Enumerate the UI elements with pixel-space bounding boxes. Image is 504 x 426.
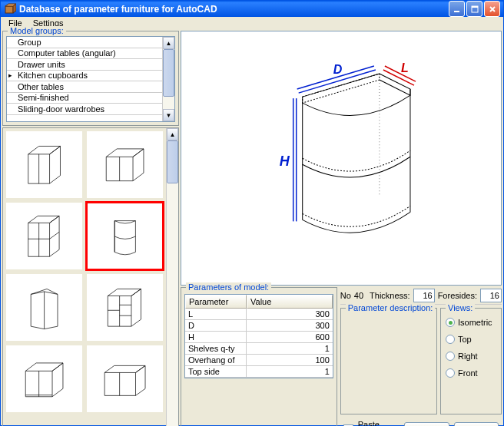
titlebar: Database of parameter furniture for Auto…	[1, 1, 503, 17]
thumbnail-5[interactable]	[5, 272, 84, 342]
view-option-top[interactable]: Top	[446, 335, 496, 344]
svg-rect-0	[5, 6, 13, 13]
col-value[interactable]: Value	[247, 295, 333, 309]
paste-mirror-label: Paste mirror	[358, 421, 384, 426]
view-option-right[interactable]: Right	[446, 352, 496, 361]
foresides-input[interactable]	[480, 289, 502, 302]
thickness-input[interactable]	[413, 289, 435, 302]
dim-label-h: H	[280, 154, 290, 169]
no-label: No	[340, 291, 351, 300]
scroll-thumb[interactable]	[167, 140, 178, 183]
thumbnail-6[interactable]	[85, 272, 164, 342]
param-table[interactable]: Parameter Value L300D300H600Shelves q-ty…	[184, 294, 333, 378]
group-item[interactable]: Drawer units	[7, 59, 162, 71]
thumbnail-7[interactable]	[5, 344, 84, 414]
params-box: Parameters of model: Parameter Value L30…	[181, 287, 337, 426]
view-option-front[interactable]: Front	[446, 368, 496, 378]
thumbs-scrollbar[interactable]: ▲ ▼	[166, 128, 178, 426]
scroll-up-icon[interactable]: ▲	[163, 37, 174, 49]
param-row[interactable]: Overhang of100	[185, 355, 333, 366]
thumbnail-panel: ▲ ▼	[2, 127, 179, 426]
group-item[interactable]: Group	[7, 37, 162, 48]
svg-rect-3	[454, 11, 459, 12]
svg-rect-5	[472, 6, 478, 8]
thickness-label: Thickness:	[370, 291, 410, 300]
thumbnail-8[interactable]	[85, 344, 164, 414]
radio-icon	[446, 335, 455, 344]
params-title: Parameters of model:	[186, 282, 271, 292]
no-value: 40	[354, 291, 363, 300]
scroll-up-icon[interactable]: ▲	[167, 128, 178, 140]
paste-button[interactable]: Paste	[454, 422, 499, 426]
param-row[interactable]: Shelves q-ty1	[185, 343, 333, 355]
col-parameter[interactable]: Parameter	[185, 295, 247, 309]
thumbnail-3[interactable]	[5, 201, 84, 271]
group-item[interactable]: Sliding-door wardrobes	[7, 104, 162, 115]
param-row[interactable]: H600	[185, 332, 333, 343]
foresides-label: Foresides:	[438, 291, 477, 300]
model-groups-list[interactable]: GroupComputer tables (angular)Drawer uni…	[6, 36, 175, 122]
param-row[interactable]: D300	[185, 320, 333, 332]
dim-label-l: L	[401, 61, 409, 74]
top-fields: No40 Thickness: Foresides:	[340, 287, 502, 305]
param-description-title: Parameter description:	[346, 303, 436, 312]
thumbnail-1[interactable]	[5, 130, 84, 200]
preview-pane: D L H	[181, 31, 502, 286]
radio-icon	[446, 352, 455, 361]
radio-icon	[446, 368, 455, 378]
model-groups-title: Model groups:	[8, 26, 66, 35]
view-option-isometric[interactable]: Isometric	[446, 318, 496, 327]
group-item[interactable]: Computer tables (angular)	[7, 48, 162, 60]
close-button[interactable]	[484, 1, 500, 17]
group-item[interactable]: Kitchen cupboards	[7, 71, 162, 82]
scroll-thumb[interactable]	[163, 49, 174, 97]
menubar: File Settings	[1, 17, 503, 29]
thumbnail-2[interactable]	[85, 130, 164, 200]
main-window: Database of parameter furniture for Auto…	[0, 0, 504, 426]
views-title: Views:	[446, 303, 475, 312]
groups-scrollbar[interactable]: ▲ ▼	[162, 37, 174, 121]
group-item[interactable]: Other tables	[7, 81, 162, 93]
param-description-box: Parameter description:	[340, 308, 437, 414]
model-groups-box: Model groups: GroupComputer tables (angu…	[2, 31, 179, 126]
reset-button[interactable]: Reset	[404, 422, 449, 426]
maximize-button[interactable]	[466, 1, 482, 17]
group-item[interactable]: Semi-finished	[7, 93, 162, 104]
param-row[interactable]: L300	[185, 309, 333, 320]
views-box: Views: IsometricTopRightFront	[440, 308, 502, 414]
radio-icon	[446, 318, 455, 327]
minimize-button[interactable]	[449, 1, 465, 17]
scroll-down-icon[interactable]: ▼	[163, 109, 174, 121]
bottom-row: Paste mirror Reset Paste	[340, 418, 502, 426]
param-row[interactable]: Top side1	[185, 366, 333, 378]
dim-label-d: D	[333, 62, 343, 76]
window-title: Database of parameter furniture for Auto…	[19, 4, 449, 15]
app-icon	[4, 3, 16, 15]
thumbnail-4-selected[interactable]	[85, 201, 164, 271]
